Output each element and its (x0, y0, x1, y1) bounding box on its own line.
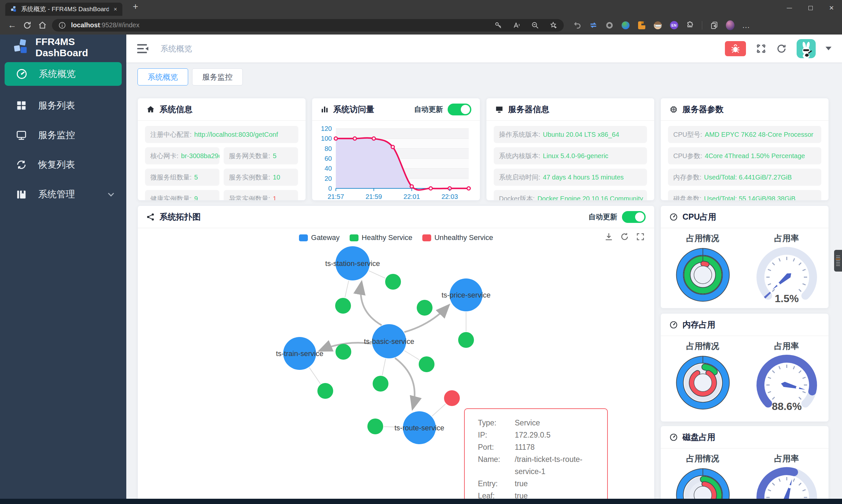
extension-globe-icon[interactable] (621, 21, 630, 30)
fullscreen-icon[interactable] (756, 43, 766, 54)
server-monitor-icon (495, 105, 504, 114)
gauge-icon (669, 321, 678, 329)
sidebar-item-label: 系统概览 (39, 68, 76, 80)
user-avatar[interactable] (796, 39, 816, 58)
extension-docs-icon[interactable] (638, 21, 646, 30)
sidebar-item-recovery-list[interactable]: 恢复列表 (0, 153, 126, 177)
info-row: 操作系统版本:Ubuntu 20.04 LTS x86_64 (494, 126, 647, 143)
legend-label: Gateway (311, 233, 340, 242)
info-row: 服务实例数量:10 (223, 169, 298, 186)
gauge-icon (669, 433, 678, 442)
window-maximize-button[interactable] (800, 0, 821, 16)
svg-text:88.6%: 88.6% (772, 400, 802, 412)
back-button[interactable]: ← (5, 19, 20, 32)
scroll-widget[interactable] (834, 250, 842, 272)
url-text: localhost:9528/#/index (71, 21, 140, 29)
info-row: 内存参数:Used/Total: 6.441GiB/7.27GiB (668, 169, 821, 186)
brand-name: FFR4MS DashBoard (36, 36, 126, 58)
svg-text:80: 80 (325, 145, 332, 152)
error-log-button[interactable] (725, 41, 746, 56)
svg-text:ts-price-service: ts-price-service (442, 291, 490, 299)
download-icon[interactable] (604, 232, 613, 241)
disk-rings-chart (671, 464, 734, 504)
info-row: 系统内核版本:Linux 5.4.0-96-generic (494, 147, 647, 164)
site-info-icon[interactable] (58, 21, 67, 30)
extension-ring-icon[interactable] (605, 21, 614, 30)
favicon (9, 5, 18, 14)
svg-text:ts-route-service: ts-route-service (394, 424, 444, 432)
auto-update-toggle[interactable] (448, 104, 471, 115)
svg-text:ts-station-service: ts-station-service (325, 259, 380, 268)
cpu-rings-chart (671, 244, 734, 306)
svg-text:22:03: 22:03 (442, 193, 458, 200)
extensions-puzzle-icon[interactable] (686, 21, 694, 30)
card-title: 系统访问量 (333, 104, 374, 115)
refresh-icon[interactable] (776, 43, 787, 54)
memory-rings-chart (671, 352, 734, 414)
card-title: 系统拓扑图 (160, 211, 201, 222)
topology-auto-update-toggle[interactable] (622, 211, 646, 223)
password-key-icon[interactable] (494, 21, 503, 30)
traffic-card: 系统访问量 自动更新 02040608010012021:5721:5922:0… (312, 98, 480, 201)
traffic-area-chart: 02040608010012021:5721:5922:0122:03 (313, 123, 477, 201)
card-title: 服务器信息 (508, 104, 549, 115)
avatar-caret-icon[interactable] (826, 47, 831, 50)
tab-overview[interactable]: 系统概览 (138, 68, 188, 86)
grid-icon (16, 100, 27, 111)
browser-profile-avatar[interactable] (726, 21, 734, 30)
tab-close-icon[interactable]: × (112, 6, 119, 13)
sidebar-item-system-management[interactable]: 系统管理 (0, 182, 126, 206)
server-params-card: 服务器参数 CPU型号:AMD EPYC 7K62 48-Core Proces… (660, 98, 829, 201)
settings-more-icon[interactable]: … (742, 21, 751, 30)
read-aloud-icon[interactable] (513, 21, 521, 30)
system-info-card: 系统信息 注册中心配置:http://localhost:8030/getCon… (138, 98, 306, 201)
chevron-down-icon (108, 190, 114, 196)
tab-title: 系统概览 - FFR4MS DashBoard (21, 5, 109, 14)
favorites-star-icon[interactable] (549, 21, 558, 30)
sidebar-item-overview[interactable]: 系统概览 (5, 62, 122, 86)
memory-gauge-chart: 88.6% (747, 352, 826, 414)
gauge-icon (669, 213, 678, 221)
sidebar-item-service-monitor[interactable]: 服务监控 (0, 123, 126, 147)
info-row: 异常实例数量:1 (223, 190, 298, 201)
zoom-out-icon[interactable] (531, 21, 539, 30)
bottom-edge-strip (0, 499, 842, 504)
topology-legend: Gateway Healthy Service Unhealthy Servic… (138, 233, 654, 242)
new-tab-button[interactable]: + (129, 1, 142, 12)
relayout-refresh-icon[interactable] (620, 232, 629, 241)
reload-button[interactable] (20, 19, 35, 32)
card-title: 系统信息 (160, 104, 192, 115)
info-row: 磁盘参数:Used/Total: 55.14GiB/98.38GiB (668, 190, 821, 201)
hamburger-collapse-icon[interactable] (137, 43, 149, 54)
browser-tab[interactable]: 系统概览 - FFR4MS DashBoard × (5, 3, 122, 16)
svg-text:40: 40 (325, 165, 332, 172)
translate-en-badge[interactable]: EN (670, 21, 678, 30)
extension-loop-icon[interactable] (589, 21, 598, 30)
svg-text:22:01: 22:01 (404, 193, 420, 200)
window-minimize-button[interactable]: — (779, 0, 800, 16)
sidebar-item-label: 系统管理 (38, 188, 75, 201)
expand-icon[interactable] (636, 232, 645, 241)
address-bar[interactable]: localhost:9528/#/index (52, 19, 564, 32)
extension-avatar-icon[interactable] (653, 21, 662, 30)
url-path: :9528/#/index (100, 21, 140, 29)
home-button[interactable] (35, 19, 50, 32)
management-book-icon (16, 189, 27, 200)
tag-bar: 系统概览 服务监控 (126, 62, 842, 86)
bar-chart-icon (321, 106, 328, 113)
window-close-button[interactable]: × (821, 0, 842, 16)
tab-service-monitor[interactable]: 服务监控 (192, 68, 243, 86)
svg-text:0: 0 (328, 185, 332, 192)
info-row: Docker版本:Docker Engine 20.10.16 Communit… (494, 190, 647, 201)
sidebar-item-label: 服务列表 (38, 99, 75, 112)
info-row: CPU参数:4Core 4Thread 1.50% Percentage (668, 147, 821, 164)
svg-text:21:59: 21:59 (365, 193, 382, 200)
collections-icon[interactable] (710, 21, 718, 30)
sidebar-item-label: 恢复列表 (38, 159, 75, 171)
rabbit-avatar-icon (799, 42, 814, 58)
svg-text:100: 100 (321, 135, 332, 142)
sidebar-item-service-list[interactable]: 服务列表 (0, 94, 126, 118)
extension-undo-icon[interactable] (573, 21, 581, 30)
legend-unhealthy-swatch (422, 234, 431, 241)
browser-titlebar: 系统概览 - FFR4MS DashBoard × + — × (0, 0, 842, 16)
